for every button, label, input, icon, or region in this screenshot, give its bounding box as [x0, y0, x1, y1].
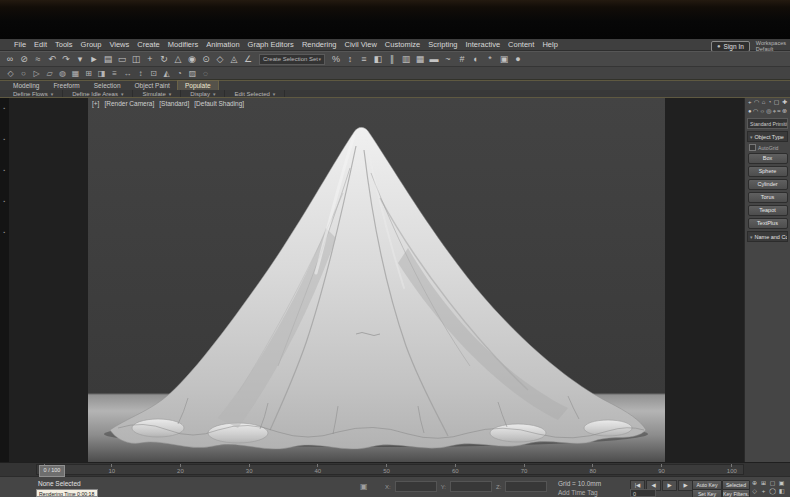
object-type-button-sphere[interactable]: Sphere	[748, 166, 788, 177]
helpers-category-icon[interactable]: ⌖	[773, 108, 776, 115]
bind-to-space-warp-icon[interactable]: ≈	[31, 53, 45, 66]
autogrid-checkbox[interactable]: AutoGrid	[749, 144, 786, 151]
menu-item-group[interactable]: Group	[77, 40, 106, 49]
isolate-selection-icon[interactable]: ◭	[160, 68, 173, 79]
state-sets-icon[interactable]: ◌	[199, 68, 212, 79]
ribbon-panel-display[interactable]: Display▾	[181, 90, 225, 97]
toggle-layer-explorer-icon[interactable]: ▦	[413, 53, 427, 66]
selection-lock-icon[interactable]: ▣	[360, 482, 368, 491]
zoom-region-icon[interactable]: ◇	[750, 487, 759, 495]
select-by-name-icon[interactable]: ▤	[101, 53, 115, 66]
current-frame-field[interactable]: 0	[630, 489, 656, 497]
select-and-move-icon[interactable]: +	[143, 53, 157, 66]
ribbon-panel-simulate[interactable]: Simulate▾	[133, 90, 181, 97]
render-region-icon[interactable]: ▨	[186, 68, 199, 79]
mirror-icon[interactable]: ◧	[371, 53, 385, 66]
layer-manager-icon[interactable]: ⊞	[82, 68, 95, 79]
viewport-layout-tab-icon[interactable]: ▪	[4, 199, 6, 204]
systems-category-icon[interactable]: ⊛	[782, 108, 787, 115]
display-floater-icon[interactable]: ▦	[69, 68, 82, 79]
redo-icon[interactable]: ↷	[59, 53, 73, 66]
menu-item-create[interactable]: Create	[133, 40, 164, 49]
spacing-tool-icon[interactable]: ○	[17, 68, 30, 79]
transform-toolbox-icon[interactable]: ↕	[134, 68, 147, 79]
zoom-icon[interactable]: ⊕	[750, 479, 759, 487]
time-slider-handle[interactable]: 0 / 100	[39, 465, 65, 477]
add-time-tag[interactable]: Add Time Tag	[558, 489, 598, 496]
rollout-object-type[interactable]: ▾ Object Type	[747, 131, 788, 142]
mirror-tool-icon[interactable]: ↔	[121, 68, 134, 79]
object-type-button-textplus[interactable]: TextPlus	[748, 218, 788, 229]
material-editor-icon[interactable]: ◐	[469, 53, 483, 66]
zoom-extents-all-icon[interactable]: ▣	[777, 479, 786, 487]
edit-named-selection-sets-icon[interactable]: ≡	[357, 53, 371, 66]
toggle-ribbon-icon[interactable]: ▬	[427, 53, 441, 66]
menu-item-interactive[interactable]: Interactive	[461, 40, 504, 49]
rectangular-selection-icon[interactable]: ▭	[115, 53, 129, 66]
viewport-pov-label[interactable]: [Render Camera]	[104, 100, 154, 107]
ribbon-tab-selection[interactable]: Selection	[87, 81, 128, 90]
play-animation-icon[interactable]: ▶	[662, 480, 677, 491]
set-key-button[interactable]: Set Key	[692, 489, 722, 497]
viewport-layout-tab-icon[interactable]: ▪	[4, 230, 6, 235]
object-type-button-box[interactable]: Box	[748, 153, 788, 164]
create-tab-icon[interactable]: +	[748, 99, 752, 106]
render-production-icon[interactable]: ●	[511, 53, 525, 66]
viewport-menu-plus[interactable]: [+]	[92, 100, 99, 107]
select-and-link-icon[interactable]: ∞	[3, 53, 17, 66]
schematic-view-icon[interactable]: #	[455, 53, 469, 66]
ribbon-tab-freeform[interactable]: Freeform	[46, 81, 86, 90]
coord-input-y[interactable]	[450, 481, 492, 492]
menu-item-views[interactable]: Views	[105, 40, 133, 49]
viewport[interactable]: [+] [Render Camera] [Standard] [Default …	[88, 98, 665, 462]
named-sets-icon[interactable]: ≡	[108, 68, 121, 79]
window-crossing-icon[interactable]: ◫	[129, 53, 143, 66]
ribbon-panel-define-flows[interactable]: Define Flows▾	[4, 90, 63, 97]
viewport-layout-tab-icon[interactable]: ▪	[4, 137, 6, 142]
key-filters-button[interactable]: Key Filters...	[722, 489, 750, 497]
display-tab-icon[interactable]: ▢	[774, 99, 780, 106]
select-object-icon[interactable]: ►	[87, 53, 101, 66]
menu-item-content[interactable]: Content	[504, 40, 538, 49]
zoom-extents-icon[interactable]: ▢	[768, 479, 777, 487]
menu-item-edit[interactable]: Edit	[30, 40, 51, 49]
hierarchy-tab-icon[interactable]: ⌂	[762, 99, 766, 106]
space-warps-category-icon[interactable]: ≈	[777, 108, 780, 115]
select-and-scale-icon[interactable]: △	[171, 53, 185, 66]
menu-item-scripting[interactable]: Scripting	[424, 40, 461, 49]
toggle-scene-explorer-icon[interactable]: ▥	[399, 53, 413, 66]
menu-item-tools[interactable]: Tools	[51, 40, 77, 49]
object-type-button-teapot[interactable]: Teapot	[748, 205, 788, 216]
align-icon[interactable]: ∥	[385, 53, 399, 66]
lights-category-icon[interactable]: ☼	[759, 108, 765, 115]
snapshot-icon[interactable]: ▷	[30, 68, 43, 79]
viewport-shading-label[interactable]: [Default Shading]	[194, 100, 244, 107]
menu-item-animation[interactable]: Animation	[202, 40, 243, 49]
sign-in-button[interactable]: ● Sign In	[711, 41, 750, 52]
pan-view-icon[interactable]: +	[759, 487, 768, 495]
select-and-place-icon[interactable]: ◉	[185, 53, 199, 66]
snaps-toggle-icon[interactable]: ◬	[227, 53, 241, 66]
viewport-render-preset-label[interactable]: [Standard]	[159, 100, 189, 107]
menu-item-modifiers[interactable]: Modifiers	[164, 40, 202, 49]
use-pivot-center-icon[interactable]: ⊙	[199, 53, 213, 66]
ribbon-tab-modeling[interactable]: Modeling	[6, 81, 46, 90]
viewport-canvas[interactable]	[88, 98, 665, 462]
viewport-layout-tab-icon[interactable]: ▪	[4, 168, 6, 173]
motion-tab-icon[interactable]: ◔	[768, 99, 772, 106]
coord-input-x[interactable]	[395, 481, 437, 492]
select-and-manipulate-icon[interactable]: ◇	[213, 53, 227, 66]
selection-filter-icon[interactable]: ▾	[73, 53, 87, 66]
menu-item-rendering[interactable]: Rendering	[298, 40, 341, 49]
menu-item-file[interactable]: File	[10, 40, 30, 49]
object-type-button-torus[interactable]: Torus	[748, 192, 788, 203]
rollout-name-and-color[interactable]: ▾ Name and Color	[747, 231, 788, 242]
coord-input-z[interactable]	[505, 481, 547, 492]
primitives-dropdown[interactable]: Standard Primitives ▾	[747, 118, 788, 129]
angle-snap-icon[interactable]: ∠	[241, 53, 255, 66]
viewport-layout-tab-icon[interactable]: ▪	[4, 106, 6, 111]
next-frame-icon[interactable]: ▶	[678, 480, 693, 491]
ribbon-panel-define-idle-areas[interactable]: Define Idle Areas▾	[63, 90, 133, 97]
curve-editor-icon[interactable]: ~	[441, 53, 455, 66]
zoom-all-icon[interactable]: ⊞	[759, 479, 768, 487]
